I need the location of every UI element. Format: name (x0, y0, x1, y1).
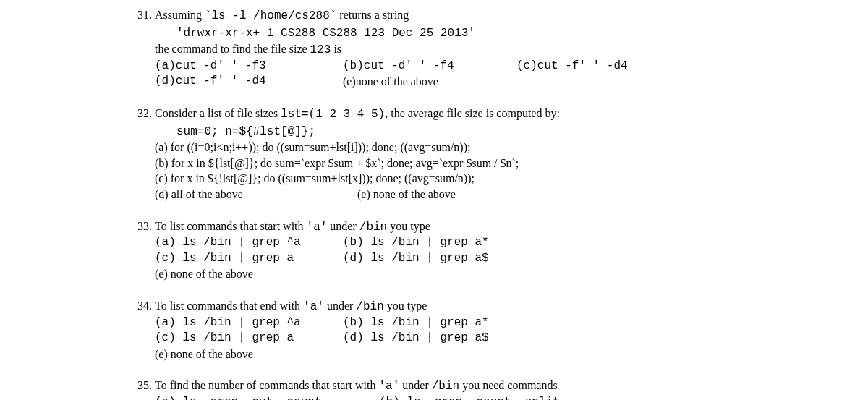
option-d: (d) ls /bin | grep a$ (343, 331, 516, 346)
option-e: (e) none of the above (155, 348, 253, 360)
question-body: To find the number of commands that star… (155, 378, 733, 400)
option-c: (c)cut -f' ' -d4 (516, 59, 661, 75)
option-b: (b) ls, grep, count, split (379, 395, 596, 400)
question-34: 34. To list commands that end with 'a' u… (130, 298, 745, 362)
option-d: (d) ls /bin | grep a$ (343, 251, 516, 267)
question-number: 35. (130, 378, 152, 393)
text: you type (384, 299, 427, 312)
option-b: (b) ls /bin | grep a* (343, 315, 516, 331)
question-31: 31. Assuming `ls -l /home/cs288` returns… (130, 7, 745, 90)
code: lst=(1 2 3 4 5) (281, 108, 385, 121)
text: you need commands (459, 379, 558, 391)
question-number: 34. (130, 298, 152, 314)
code: `ls -l /home/cs288` (205, 9, 336, 22)
option-a: (a) ls /bin | grep ^a (155, 315, 343, 331)
option-e: (e) none of the above (155, 268, 253, 280)
question-number: 33. (130, 218, 152, 234)
code: 'a' (307, 221, 328, 234)
text: under (324, 299, 356, 312)
option-c: (c) ls /bin | grep a (155, 331, 343, 346)
text: To find the number of commands that star… (155, 379, 378, 391)
code: /bin (356, 300, 383, 313)
option-b: (b)cut -d' ' -f4 (343, 59, 516, 75)
option-a: (a) ls /bin | grep ^a (155, 235, 343, 251)
option-e: (e) none of the above (357, 187, 456, 203)
option-a: (a) ls, grep, cut, count (155, 395, 379, 400)
question-number: 32. (130, 106, 152, 122)
question-body: To list commands that end with 'a' under… (155, 298, 733, 362)
code: 'a' (303, 300, 324, 313)
text: returns a string (336, 9, 409, 21)
option-c: (c) ls /bin | grep a (155, 251, 343, 267)
question-body: Assuming `ls -l /home/cs288` returns a s… (155, 7, 733, 90)
option-d: (d)cut -f' ' -d4 (155, 74, 343, 90)
option-b: (b) ls /bin | grep a* (343, 235, 516, 251)
text: , the average file size is computed by: (385, 107, 560, 119)
question-body: To list commands that start with 'a' und… (155, 218, 733, 282)
code: 'a' (378, 380, 399, 393)
code: /bin (359, 221, 387, 234)
code: /bin (432, 380, 459, 393)
text: To list commands that end with (155, 299, 303, 312)
question-32: 32. Consider a list of file sizes lst=(1… (130, 106, 745, 203)
question-33: 33. To list commands that start with 'a'… (130, 218, 745, 282)
question-35: 35. To find the number of commands that … (130, 378, 745, 400)
option-c: (c) for x in ${!lst[@]}; do ((sum=sum+ls… (155, 172, 475, 184)
text: under (399, 379, 431, 391)
question-number: 31. (130, 7, 152, 23)
code: 'drwxr-xr-x+ 1 CS288 CS288 123 Dec 25 20… (155, 26, 475, 42)
option-e: (e)none of the above (343, 74, 516, 90)
text: under (327, 220, 359, 232)
text: Consider a list of file sizes (155, 107, 281, 119)
code: 123 (310, 43, 331, 56)
text: the command to find the file size (155, 43, 310, 55)
code: sum=0; n=${#lst[@]}; (155, 124, 315, 140)
option-a: (a)cut -d' ' -f3 (155, 59, 343, 75)
option-d: (d) all of the above (155, 187, 357, 203)
text: you type (387, 220, 430, 232)
text: To list commands that start with (155, 220, 307, 232)
text: Assuming (155, 9, 205, 21)
text: is (331, 43, 341, 55)
option-b: (b) for x in ${lst[@]}; do sum=`expr $su… (155, 157, 519, 169)
question-body: Consider a list of file sizes lst=(1 2 3… (155, 106, 733, 203)
option-a: (a) for ((i=0;i<n;i++)); do ((sum=sum+ls… (155, 141, 470, 153)
